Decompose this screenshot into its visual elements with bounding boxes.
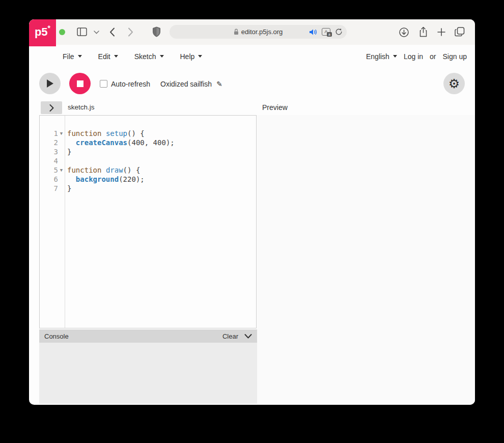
code-text: } bbox=[65, 147, 71, 156]
sidebar-chevron-down-icon[interactable] bbox=[94, 31, 99, 34]
edit-pencil-icon[interactable]: ✎ bbox=[216, 80, 222, 88]
privacy-shield-icon[interactable] bbox=[152, 26, 161, 37]
code-line[interactable]: 1▼function setup() { bbox=[40, 129, 256, 138]
fold-spacer bbox=[58, 147, 65, 156]
p5-logo[interactable]: p5* bbox=[29, 19, 56, 46]
code-editor[interactable]: 1▼function setup() {2 createCanvas(400, … bbox=[39, 115, 257, 328]
code-line[interactable]: 4 bbox=[40, 156, 256, 165]
tab-overview-button[interactable] bbox=[455, 27, 465, 37]
preview-label: Preview bbox=[262, 100, 288, 115]
stop-button[interactable] bbox=[69, 73, 91, 94]
fold-spacer bbox=[58, 138, 65, 147]
address-bar[interactable]: editor.p5js.org Aa bbox=[170, 25, 347, 39]
code-line[interactable]: 7} bbox=[40, 184, 256, 193]
code-line[interactable]: 5▼function draw() { bbox=[40, 165, 256, 175]
caret-down-icon bbox=[160, 55, 164, 58]
preview-panel bbox=[257, 115, 475, 405]
console-label: Console bbox=[44, 333, 69, 340]
sketch-title: Oxidized sailfish ✎ bbox=[160, 80, 222, 88]
gear-icon: ⚙ bbox=[449, 77, 460, 90]
sketch-toolbar: Auto-refresh Oxidized sailfish ✎ ⚙ bbox=[29, 68, 475, 100]
caret-down-icon bbox=[114, 55, 118, 58]
line-number: 6 bbox=[40, 175, 58, 184]
fold-arrow-icon[interactable]: ▼ bbox=[58, 129, 65, 138]
code-text: createCanvas(400, 400); bbox=[65, 138, 175, 147]
fold-spacer bbox=[58, 184, 65, 193]
p5-nav-bar: File Edit Sketch Help English Log in or … bbox=[29, 45, 475, 68]
expand-sidebar-button[interactable] bbox=[41, 101, 62, 114]
line-number: 2 bbox=[40, 138, 58, 147]
code-text: function draw() { bbox=[65, 165, 140, 175]
reload-icon[interactable] bbox=[335, 28, 343, 36]
console-output bbox=[39, 343, 257, 404]
browser-chrome: editor.p5js.org Aa bbox=[29, 19, 475, 45]
zoom-window-button[interactable] bbox=[59, 29, 65, 35]
caret-down-icon bbox=[198, 55, 202, 58]
fold-spacer bbox=[58, 175, 65, 184]
fold-spacer bbox=[58, 156, 65, 165]
line-number: 7 bbox=[40, 184, 58, 193]
menu-file[interactable]: File bbox=[63, 52, 82, 61]
sidebar-icon[interactable] bbox=[77, 27, 87, 36]
line-number: 3 bbox=[40, 147, 58, 156]
audio-playing-icon[interactable] bbox=[309, 29, 317, 36]
back-button[interactable] bbox=[109, 27, 115, 37]
gutter-divider bbox=[65, 116, 65, 328]
caret-down-icon bbox=[78, 55, 82, 58]
forward-button[interactable] bbox=[128, 27, 133, 37]
signup-link[interactable]: Sign up bbox=[443, 52, 467, 61]
new-tab-button[interactable] bbox=[437, 28, 445, 36]
lock-icon bbox=[234, 29, 239, 35]
code-text: background(220); bbox=[65, 175, 145, 184]
editor-tab-bar: sketch.js Preview bbox=[29, 100, 475, 115]
line-number: 5 bbox=[40, 165, 58, 175]
fold-arrow-icon[interactable]: ▼ bbox=[58, 165, 65, 175]
auto-refresh-label: Auto-refresh bbox=[111, 80, 150, 88]
stop-icon bbox=[77, 80, 83, 87]
translate-icon[interactable]: Aa bbox=[322, 28, 330, 36]
menu-sketch[interactable]: Sketch bbox=[134, 52, 164, 61]
chevron-right-icon bbox=[49, 104, 54, 112]
line-number: 1 bbox=[40, 129, 58, 138]
console-clear-button[interactable]: Clear bbox=[222, 333, 238, 340]
code-lines: 1▼function setup() {2 createCanvas(400, … bbox=[40, 129, 256, 193]
login-link[interactable]: Log in bbox=[404, 52, 423, 61]
play-icon bbox=[46, 79, 54, 88]
language-selector[interactable]: English bbox=[366, 52, 397, 61]
menu-help[interactable]: Help bbox=[180, 52, 203, 61]
code-line[interactable]: 2 createCanvas(400, 400); bbox=[40, 138, 256, 147]
settings-button[interactable]: ⚙ bbox=[443, 73, 465, 94]
browser-window: editor.p5js.org Aa File Edit bbox=[29, 19, 475, 405]
code-text: } bbox=[65, 184, 71, 193]
url-text: editor.p5js.org bbox=[241, 28, 283, 36]
code-line[interactable]: 3} bbox=[40, 147, 256, 156]
code-line[interactable]: 6 background(220); bbox=[40, 175, 256, 184]
play-button[interactable] bbox=[39, 73, 61, 94]
share-button[interactable] bbox=[419, 26, 428, 37]
tab-sketch-js[interactable]: sketch.js bbox=[68, 100, 95, 115]
console-header: Console Clear bbox=[39, 329, 257, 343]
downloads-button[interactable] bbox=[399, 27, 409, 37]
or-text: or bbox=[430, 52, 436, 61]
code-text: function setup() { bbox=[65, 129, 145, 138]
menu-edit[interactable]: Edit bbox=[98, 52, 118, 61]
caret-down-icon bbox=[393, 55, 397, 58]
console-collapse-chevron-icon[interactable] bbox=[244, 334, 252, 339]
line-number: 4 bbox=[40, 156, 58, 165]
auto-refresh-checkbox[interactable] bbox=[100, 80, 107, 88]
